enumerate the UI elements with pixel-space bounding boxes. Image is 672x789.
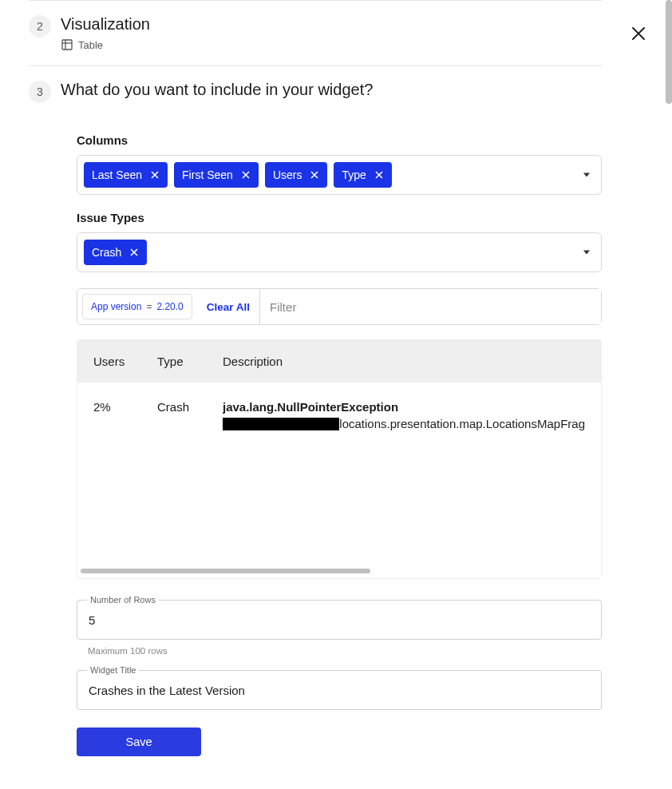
close-icon xyxy=(375,171,383,179)
preview-table: Users Type Description 2% Crash java.lan… xyxy=(77,339,602,579)
step-3-header: 3 What do you want to include in your wi… xyxy=(29,66,602,117)
dropdown-caret-icon[interactable] xyxy=(583,251,590,255)
column-header-type[interactable]: Type xyxy=(157,355,223,368)
field-label: Number of Rows xyxy=(87,595,159,605)
close-icon xyxy=(242,171,250,179)
filter-bar: App version = 2.20.0 Clear All xyxy=(77,288,602,325)
column-chip: Last Seen xyxy=(84,162,168,188)
svg-rect-0 xyxy=(62,40,72,50)
step-subtitle: Table xyxy=(61,38,150,51)
number-of-rows-field: Number of Rows xyxy=(77,600,602,640)
description-title: java.lang.NullPointerException xyxy=(223,400,585,414)
cell-type: Crash xyxy=(157,400,223,414)
filter-key: App version xyxy=(91,301,141,312)
cell-description: java.lang.NullPointerException locations… xyxy=(223,400,585,430)
step-number-badge: 2 xyxy=(29,15,51,38)
chip-label: Crash xyxy=(92,246,121,259)
horizontal-scrollbar[interactable] xyxy=(81,569,598,575)
clear-all-button[interactable]: Clear All xyxy=(197,289,259,324)
close-button[interactable] xyxy=(629,24,648,43)
step-3-body: Columns Last Seen First Seen Users xyxy=(77,133,602,756)
table-header: Users Type Description xyxy=(77,340,601,383)
step-2-header[interactable]: 2 Visualization Table xyxy=(29,1,602,66)
chip-label: Users xyxy=(273,169,302,181)
save-button[interactable]: Save xyxy=(77,728,201,756)
table-row[interactable]: 2% Crash java.lang.NullPointerException … xyxy=(77,383,601,448)
filter-chip[interactable]: App version = 2.20.0 xyxy=(82,294,192,319)
close-icon xyxy=(130,248,138,256)
column-chip: Users xyxy=(265,162,328,188)
filter-value: 2.20.0 xyxy=(156,301,183,312)
chip-label: First Seen xyxy=(182,169,233,181)
close-icon xyxy=(310,171,318,179)
filter-op: = xyxy=(146,301,152,312)
rows-helper-text: Maximum 100 rows xyxy=(88,646,602,656)
table-icon xyxy=(61,38,73,51)
columns-select[interactable]: Last Seen First Seen Users Type xyxy=(77,155,602,195)
step-number-badge: 3 xyxy=(29,81,51,103)
scrollbar-thumb[interactable] xyxy=(81,569,370,573)
step-subtitle-text: Table xyxy=(78,39,103,51)
close-icon xyxy=(631,26,646,41)
widget-title-input[interactable] xyxy=(89,671,590,709)
issue-type-chip: Crash xyxy=(84,240,147,265)
issue-types-select[interactable]: Crash xyxy=(77,232,602,272)
step-title: Visualization xyxy=(61,15,150,34)
chip-remove[interactable] xyxy=(129,248,139,257)
chip-label: Type xyxy=(342,169,366,181)
issue-types-label: Issue Types xyxy=(77,211,602,224)
column-header-description[interactable]: Description xyxy=(223,355,585,368)
step-title: What do you want to include in your widg… xyxy=(61,81,373,99)
chip-remove[interactable] xyxy=(310,170,319,180)
chip-remove[interactable] xyxy=(374,170,384,180)
widget-title-field: Widget Title xyxy=(77,670,602,710)
columns-label: Columns xyxy=(77,133,602,147)
number-of-rows-input[interactable] xyxy=(89,601,590,639)
description-subtitle: locations.presentation.map.LocationsMapF… xyxy=(223,417,585,430)
chip-label: Last Seen xyxy=(92,169,142,181)
cell-users: 2% xyxy=(93,400,157,414)
chip-remove[interactable] xyxy=(241,170,251,180)
vertical-scrollbar[interactable] xyxy=(666,0,672,789)
field-label: Widget Title xyxy=(87,665,139,675)
dropdown-caret-icon[interactable] xyxy=(583,173,590,177)
filter-input[interactable] xyxy=(259,289,601,324)
redacted-text xyxy=(223,418,339,430)
chip-remove[interactable] xyxy=(150,170,160,180)
column-header-users[interactable]: Users xyxy=(93,355,157,368)
description-path: locations.presentation.map.LocationsMapF… xyxy=(339,417,585,430)
column-chip: First Seen xyxy=(174,162,259,188)
table-body: 2% Crash java.lang.NullPointerException … xyxy=(77,383,601,578)
close-icon xyxy=(151,171,159,179)
scrollbar-thumb[interactable] xyxy=(666,0,672,104)
column-chip: Type xyxy=(334,162,391,188)
